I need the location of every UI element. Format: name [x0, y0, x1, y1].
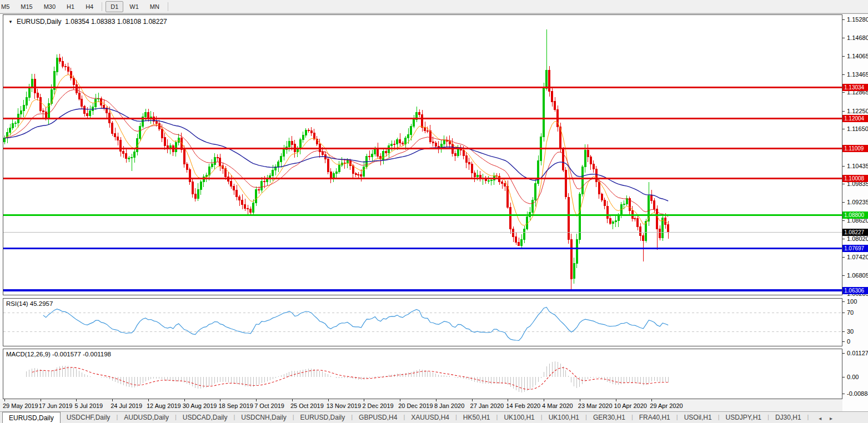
x-axis-label: 29 Apr 2020: [650, 402, 683, 409]
axis-tick-mark: [842, 353, 845, 354]
y-axis-label: 1.06805: [847, 273, 868, 279]
date-tick-mark: [76, 399, 77, 401]
date-tick-mark: [292, 399, 293, 401]
timeframe-button-h1[interactable]: H1: [62, 1, 79, 12]
tab-usdcnh-daily[interactable]: USDCNH,Daily: [235, 412, 292, 423]
x-axis-label: 2 Dec 2019: [362, 402, 393, 409]
rsi-panel[interactable]: RSI(14) 45.2957: [3, 298, 842, 346]
y-axis-label: 1.08020: [847, 236, 868, 242]
x-axis-label: 5 Jul 2019: [74, 402, 103, 409]
macd-label: MACD(12,26,9) -0.001577 -0.001198: [6, 351, 111, 357]
date-tick-mark: [400, 399, 400, 401]
toolbar-separator: [102, 2, 102, 11]
axis-tick-mark: [842, 239, 845, 239]
tab-eurusd-daily[interactable]: EURUSD,Daily: [2, 412, 61, 423]
timeframe-button-m15[interactable]: M15: [16, 1, 37, 12]
timeframe-button-h4[interactable]: H4: [81, 1, 98, 12]
timeframe-button-m5[interactable]: M5: [0, 1, 14, 12]
rsi-canvas[interactable]: [3, 299, 842, 346]
x-axis-label: 30 Aug 2019: [183, 402, 217, 409]
tab-fra40-h1[interactable]: FRA40,H1: [633, 412, 676, 423]
current-price-tag: 1.08227: [842, 229, 868, 236]
candlestick-chart-canvas[interactable]: [3, 15, 842, 295]
tab-usdchf-daily[interactable]: USDCHF,Daily: [61, 412, 117, 423]
y-axis-label: 1.12250: [847, 108, 868, 114]
x-axis-label: 12 Aug 2019: [147, 402, 181, 409]
date-tick-mark: [220, 399, 220, 401]
date-tick-mark: [41, 399, 41, 401]
axis-tick-mark: [842, 184, 845, 184]
tab-usdjpy-h1[interactable]: USDJPY,H1: [720, 412, 767, 423]
timeframe-button-m30[interactable]: M30: [39, 1, 61, 12]
date-tick-mark: [472, 399, 473, 401]
tab-scroll-left-icon[interactable]: ◂: [819, 415, 821, 421]
axis-tick-mark: [842, 202, 845, 203]
rsi-axis-label: 100: [847, 299, 857, 305]
y-axis-label: 1.14065: [847, 53, 868, 59]
date-tick-mark: [364, 399, 364, 401]
chart-dropdown-icon[interactable]: ▼: [8, 19, 13, 24]
x-axis-label: 10 Apr 2020: [614, 402, 647, 409]
tab-uk100-h1[interactable]: UK100,H1: [543, 412, 585, 423]
date-tick-mark: [508, 399, 508, 401]
tab-gbpusd-h4[interactable]: GBPUSD,H4: [353, 412, 403, 423]
x-axis-label: 24 Jul 2019: [111, 402, 142, 409]
axis-tick-mark: [842, 19, 845, 20]
date-tick-mark: [651, 399, 652, 401]
axis-tick-mark: [842, 38, 845, 38]
macd-panel[interactable]: MACD(12,26,9) -0.001577 -0.001198: [3, 349, 842, 399]
x-axis-label: 14 Feb 2020: [506, 402, 540, 409]
tab-eurusd-daily[interactable]: EURUSD,Daily: [294, 412, 352, 423]
date-tick-mark: [256, 399, 257, 401]
axis-tick-mark: [842, 394, 845, 394]
x-axis-label: 29 May 2019: [3, 402, 38, 409]
level-price-tag: 1.12004: [842, 115, 868, 122]
timeframe-button-w1[interactable]: W1: [124, 1, 144, 12]
rsi-axis-label: 0: [847, 339, 850, 345]
chart-legend: ▼EURUSD,Daily 1.08354 1.08383 1.08108 1.…: [8, 18, 167, 26]
rsi-axis-label: 30: [847, 329, 854, 335]
tab-usdcad-daily[interactable]: USDCAD,Daily: [177, 412, 234, 423]
tab-usoil-h1[interactable]: USOil,H1: [678, 412, 718, 423]
toolbar-separator: [168, 2, 168, 11]
level-price-tag: 1.13034: [842, 84, 868, 91]
x-axis-label: 4 Mar 2020: [542, 402, 573, 409]
y-axis-label: 1.11650: [847, 126, 868, 132]
tab-hk50-h1[interactable]: HK50,H1: [457, 412, 496, 423]
timeframe-toolbar: M5M15M30H1H4D1W1MN: [0, 0, 868, 13]
date-tick-mark: [148, 399, 149, 401]
tab-ger30-h1[interactable]: GER30,H1: [587, 412, 631, 423]
level-price-tag: 1.08800: [842, 212, 868, 219]
date-tick-mark: [580, 399, 580, 401]
level-price-tag: 1.11009: [842, 145, 868, 152]
axis-tick-mark: [842, 301, 845, 302]
x-axis-label: 13 Nov 2019: [327, 402, 361, 409]
macd-axis-label: 0.011277: [847, 350, 868, 356]
macd-axis-label: -0.008845: [847, 391, 868, 397]
price-axis[interactable]: 1.152801.146801.140651.134651.128651.122…: [842, 14, 868, 399]
axis-tick-mark: [842, 56, 845, 57]
x-axis-label: 8 Jan 2020: [434, 402, 464, 409]
tab-scroll-right-icon[interactable]: ▸: [830, 415, 832, 421]
macd-canvas[interactable]: [3, 349, 842, 399]
timeframe-button-mn[interactable]: MN: [145, 1, 164, 12]
timeframe-button-d1[interactable]: D1: [106, 1, 123, 12]
level-price-tag: 1.06306: [842, 287, 868, 294]
tab-uk100-h1[interactable]: UK100,H1: [498, 412, 540, 423]
date-axis[interactable]: 29 May 201917 Jun 20195 Jul 201924 Jul 2…: [0, 399, 842, 412]
date-tick-mark: [616, 399, 616, 401]
tab-audusd-daily[interactable]: AUDUSD,Daily: [118, 412, 175, 423]
x-axis-label: 25 Oct 2019: [290, 402, 324, 409]
date-tick-mark: [544, 399, 544, 401]
axis-tick-mark: [842, 341, 845, 342]
y-axis-label: 1.13465: [847, 72, 868, 78]
y-axis-label: 1.07420: [847, 254, 868, 260]
x-axis-label: 20 Dec 2019: [398, 402, 433, 409]
chart-tab-bar: EURUSD,DailyUSDCHF,Daily|AUDUSD,Daily|US…: [0, 411, 868, 423]
main-chart-panel[interactable]: ▼EURUSD,Daily 1.08354 1.08383 1.08108 1.…: [3, 14, 842, 295]
macd-axis-label: 0.00: [847, 374, 859, 380]
tab-dj30-h1[interactable]: DJ30,H1: [769, 412, 807, 423]
tab-xauusd-h4[interactable]: XAUUSD,H4: [405, 412, 455, 423]
axis-tick-mark: [842, 92, 845, 93]
tab-separator: |: [807, 412, 809, 423]
